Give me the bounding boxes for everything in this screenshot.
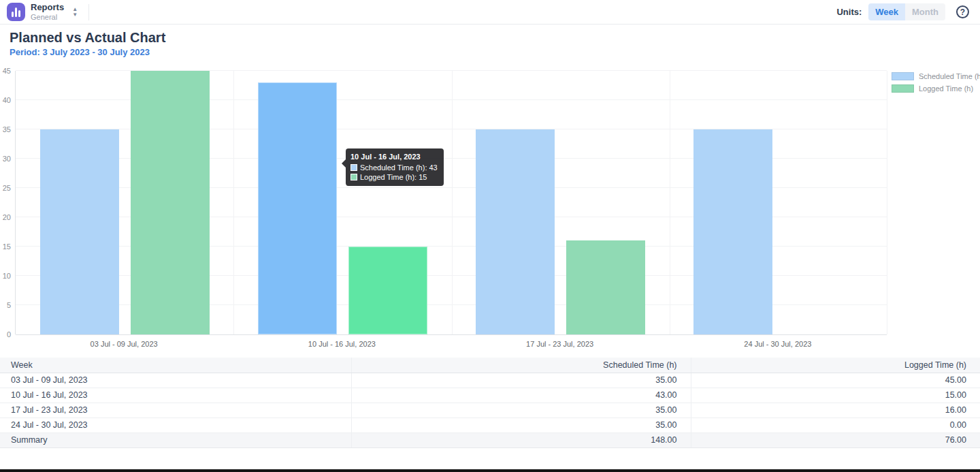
chart-legend: Scheduled Time (h)Logged Time (h) [892, 72, 980, 93]
week-cell: 24 Jul - 30 Jul, 2023 [0, 418, 351, 432]
bar-chart-icon [7, 3, 25, 21]
bar-scheduled-week-2[interactable] [258, 82, 337, 334]
tooltip-series-value: Logged Time (h): 15 [360, 173, 427, 181]
chart-tooltip: 10 Jul - 16 Jul, 2023 Scheduled Time (h)… [346, 148, 444, 186]
summary-row: Summary148.0076.00 [0, 432, 980, 447]
value-cell: 45.00 [691, 373, 980, 388]
week-cell: 17 Jul - 23 Jul, 2023 [0, 403, 351, 418]
y-tick-label: 35 [3, 125, 11, 133]
legend-swatch [892, 84, 914, 93]
top-bar: Reports General ▲▼ Units: WeekMonth ? [0, 0, 980, 25]
legend-item[interactable]: Scheduled Time (h) [892, 72, 980, 80]
x-tick-label: 24 Jul - 30 Jul, 2023 [744, 340, 811, 348]
value-cell: 35.00 [351, 403, 691, 418]
value-cell: 16.00 [691, 403, 980, 418]
tooltip-row: Logged Time (h): 15 [350, 173, 438, 181]
units-label: Units: [836, 7, 862, 17]
legend-item[interactable]: Logged Time (h) [892, 84, 980, 93]
table-row: 03 Jul - 09 Jul, 202335.0045.00 [0, 373, 980, 388]
tooltip-row: Scheduled Time (h): 43 [350, 163, 438, 172]
tooltip-series-swatch [350, 174, 357, 180]
value-cell: 0.00 [691, 418, 980, 432]
tooltip-series-swatch [350, 164, 357, 171]
y-tick-label: 25 [3, 184, 11, 192]
x-tick-label: 10 Jul - 16 Jul, 2023 [308, 340, 376, 348]
tooltip-series-value: Scheduled Time (h): 43 [360, 163, 438, 172]
table-header-cell: Week [0, 358, 351, 373]
planned-vs-actual-chart: 051015202530354045 03 Jul - 09 Jul, 2023… [0, 68, 980, 354]
week-cell: Summary [0, 432, 351, 447]
report-period: Period: 3 July 2023 - 30 July 2023 [10, 47, 150, 57]
app-title: Reports [31, 3, 64, 12]
gridline [887, 71, 887, 334]
x-tick-label: 17 Jul - 23 Jul, 2023 [526, 340, 593, 348]
table-header-cell: Logged Time (h) [691, 358, 980, 373]
help-icon[interactable]: ? [956, 5, 969, 18]
value-cell: 76.00 [691, 432, 980, 447]
table-header-cell: Scheduled Time (h) [351, 358, 691, 373]
chevron-up-down-icon[interactable]: ▲▼ [72, 7, 78, 17]
units-segmented-control: WeekMonth [868, 3, 945, 20]
value-cell: 148.00 [351, 432, 691, 447]
y-tick-label: 45 [3, 67, 11, 75]
table-header-row: WeekScheduled Time (h)Logged Time (h) [0, 358, 980, 373]
legend-swatch [892, 72, 914, 80]
bar-scheduled-week-4[interactable] [693, 129, 772, 334]
y-tick-label: 5 [7, 301, 11, 309]
bar-logged-week-1[interactable] [131, 71, 210, 334]
units-option-week[interactable]: Week [868, 3, 905, 20]
tooltip-title: 10 Jul - 16 Jul, 2023 [350, 153, 438, 161]
value-cell: 15.00 [691, 388, 980, 403]
reports-page: Reports General ▲▼ Units: WeekMonth ? Pl… [0, 0, 980, 472]
x-axis-labels: 03 Jul - 09 Jul, 202310 Jul - 16 Jul, 20… [15, 340, 887, 351]
page-title: Planned vs Actual Chart [10, 30, 165, 46]
bar-logged-week-3[interactable] [566, 240, 645, 334]
app-subtitle: General [31, 13, 64, 21]
y-tick-label: 40 [3, 96, 11, 104]
x-tick-label: 03 Jul - 09 Jul, 2023 [91, 340, 158, 348]
bar-scheduled-week-3[interactable] [476, 129, 555, 334]
bar-logged-week-2[interactable] [348, 247, 427, 334]
report-table: WeekScheduled Time (h)Logged Time (h) 03… [0, 358, 980, 448]
y-tick-label: 20 [3, 213, 11, 221]
units-option-month[interactable]: Month [905, 3, 945, 20]
y-tick-label: 15 [3, 242, 11, 251]
table-row: 17 Jul - 23 Jul, 202335.0016.00 [0, 403, 980, 418]
table-row: 24 Jul - 30 Jul, 202335.000.00 [0, 418, 980, 432]
value-cell: 35.00 [351, 418, 691, 432]
bottom-edge-bar [0, 469, 980, 472]
gridline [233, 71, 234, 334]
value-cell: 43.00 [351, 388, 691, 403]
bar-scheduled-week-1[interactable] [40, 129, 119, 334]
y-axis-labels: 051015202530354045 [0, 71, 12, 334]
value-cell: 35.00 [351, 373, 691, 388]
table-row: 10 Jul - 16 Jul, 202343.0015.00 [0, 388, 980, 403]
week-cell: 03 Jul - 09 Jul, 2023 [0, 373, 351, 388]
reports-app-switcher[interactable]: Reports General ▲▼ [0, 3, 84, 21]
gridline [670, 71, 670, 334]
y-tick-label: 0 [7, 330, 11, 339]
legend-label: Logged Time (h) [919, 84, 973, 93]
week-cell: 10 Jul - 16 Jul, 2023 [0, 388, 351, 403]
chart-plot-area [15, 71, 887, 334]
y-tick-label: 10 [3, 272, 11, 280]
gridline [16, 334, 887, 335]
legend-label: Scheduled Time (h) [919, 72, 980, 80]
y-tick-label: 30 [3, 155, 11, 163]
divider [88, 4, 89, 20]
gridline [452, 71, 453, 334]
